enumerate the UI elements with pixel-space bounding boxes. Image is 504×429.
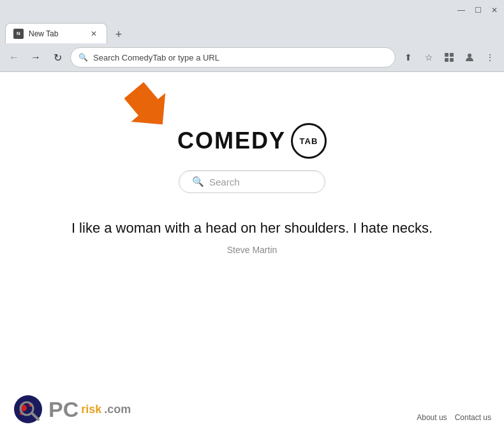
- svg-rect-0: [445, 53, 448, 57]
- quote-text: I like a woman with a head on her should…: [71, 219, 433, 238]
- about-us-link[interactable]: About us: [417, 413, 447, 422]
- extensions-button[interactable]: [440, 48, 458, 66]
- close-button[interactable]: ✕: [490, 6, 499, 15]
- title-bar: — ☐ ✕: [0, 0, 504, 20]
- svg-rect-1: [450, 53, 454, 57]
- pcrisk-logo: PC risk .com: [13, 394, 131, 425]
- browser-chrome: — ☐ ✕ N New Tab ✕ + ← → ↻ 🔍 Search Comed…: [0, 0, 504, 72]
- toolbar: ← → ↻ 🔍 Search ComedyTab or type a URL ⬆…: [0, 43, 504, 71]
- tab-bar: N New Tab ✕ +: [0, 20, 504, 43]
- pcrisk-com: .com: [104, 403, 131, 416]
- logo-area: COMEDY TAB: [177, 123, 327, 159]
- back-button[interactable]: ←: [5, 48, 23, 66]
- search-box[interactable]: 🔍 Search: [179, 170, 325, 193]
- address-search-icon: 🔍: [78, 53, 88, 62]
- address-bar-text: Search ComedyTab or type a URL: [93, 53, 219, 62]
- new-tab-button[interactable]: +: [110, 25, 128, 43]
- contact-us-link[interactable]: Contact us: [455, 413, 491, 422]
- quote-author: Steve Martin: [71, 245, 433, 255]
- title-bar-controls: — ☐ ✕: [457, 6, 499, 15]
- svg-marker-5: [124, 76, 180, 132]
- share-button[interactable]: ⬆: [399, 48, 417, 66]
- tab-favicon: N: [13, 29, 24, 39]
- tab-close-button[interactable]: ✕: [89, 29, 99, 39]
- toolbar-actions: ⬆ ☆ ⋮: [399, 48, 499, 66]
- comedy-logo-text: COMEDY: [177, 127, 286, 154]
- pcrisk-pc: PC: [48, 398, 78, 420]
- svg-rect-2: [445, 58, 448, 62]
- search-icon: 🔍: [192, 176, 204, 187]
- page-content: COMEDY TAB 🔍 Search I like a woman with …: [0, 72, 504, 429]
- watermark-area: PC risk .com: [13, 394, 406, 425]
- pcrisk-risk: risk: [81, 403, 101, 416]
- page-footer: PC risk .com About us Contact us: [0, 398, 504, 429]
- tab-logo-badge: TAB: [291, 123, 327, 159]
- forward-button[interactable]: →: [27, 48, 45, 66]
- arrow-annotation: [124, 75, 182, 135]
- menu-button[interactable]: ⋮: [481, 48, 499, 66]
- svg-rect-3: [450, 58, 454, 62]
- svg-point-4: [468, 54, 471, 57]
- footer-links: About us Contact us: [417, 413, 491, 425]
- refresh-button[interactable]: ↻: [48, 48, 66, 66]
- address-bar[interactable]: 🔍 Search ComedyTab or type a URL: [70, 47, 396, 68]
- bookmark-button[interactable]: ☆: [420, 48, 438, 66]
- maximize-button[interactable]: ☐: [473, 6, 482, 15]
- search-placeholder-text: Search: [209, 177, 240, 187]
- tab-label: New Tab: [29, 29, 84, 38]
- active-tab[interactable]: N New Tab ✕: [5, 23, 107, 43]
- minimize-button[interactable]: —: [457, 6, 466, 15]
- quote-area: I like a woman with a head on her should…: [33, 219, 471, 255]
- profile-button[interactable]: [461, 48, 478, 66]
